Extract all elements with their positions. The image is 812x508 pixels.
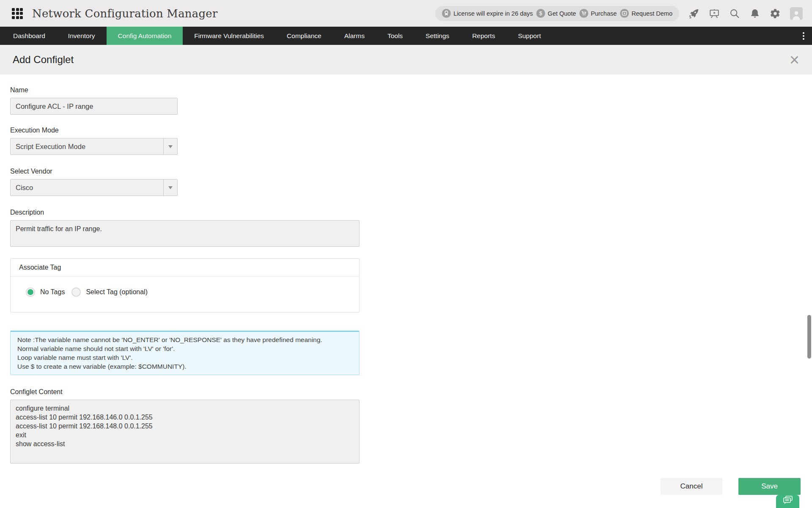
apps-grid-icon[interactable] (12, 8, 23, 19)
description-textarea[interactable]: Permit traffic for an IP range. (10, 220, 359, 247)
dollar-icon: $ (536, 9, 545, 18)
page-header: Add Configlet × (0, 45, 812, 75)
configlet-content-textarea[interactable]: configure terminal access-list 10 permit… (10, 400, 359, 464)
associate-tag-box: Associate Tag No Tags Select Tag (option… (10, 258, 359, 312)
name-input[interactable] (10, 98, 178, 115)
execution-mode-select[interactable]: Script Execution Mode (10, 138, 178, 155)
chat-bubbles-icon (782, 495, 794, 507)
description-label: Description (10, 209, 812, 216)
app-title: Network Configuration Manager (32, 7, 218, 20)
associate-tag-options: No Tags Select Tag (optional) (11, 277, 359, 312)
purchase-button[interactable]: Purchase (579, 9, 617, 18)
svg-text:$: $ (539, 11, 542, 17)
execution-mode-label: Execution Mode (10, 127, 812, 134)
scrollbar-thumb[interactable] (807, 315, 811, 359)
request-demo-label: Request Demo (631, 10, 672, 17)
vendor-label: Select Vendor (10, 168, 812, 175)
purchase-label: Purchase (591, 10, 617, 17)
associate-tag-title: Associate Tag (11, 259, 359, 277)
medal-icon (442, 9, 451, 18)
no-tags-label: No Tags (40, 288, 65, 296)
license-pill: License will expire in 26 days $ Get Quo… (435, 6, 679, 21)
nav-item-config-automation[interactable]: Config Automation (107, 27, 183, 45)
vendor-value: Cisco (11, 184, 163, 192)
license-text: License will expire in 26 days (453, 10, 533, 17)
select-tag-option[interactable]: Select Tag (optional) (71, 287, 148, 297)
no-tags-option[interactable]: No Tags (26, 287, 65, 297)
nav-item-settings[interactable]: Settings (414, 27, 461, 45)
add-configlet-form: Name Execution Mode Script Execution Mod… (0, 75, 812, 508)
main-nav: Dashboard Inventory Config Automation Fi… (0, 27, 812, 45)
note-line: Normal variable name should not start wi… (17, 344, 352, 353)
note-line: Loop variable name must start with 'LV'. (17, 353, 352, 362)
person-icon (791, 9, 802, 20)
cart-icon (579, 9, 588, 18)
vendor-select[interactable]: Cisco (10, 179, 178, 196)
nav-item-alarms[interactable]: Alarms (333, 27, 376, 45)
cancel-button[interactable]: Cancel (661, 478, 722, 495)
variable-note-box: Note :The variable name cannot be 'NO_EN… (10, 331, 359, 375)
user-avatar[interactable] (790, 7, 803, 20)
select-tag-label: Select Tag (optional) (86, 288, 148, 296)
execution-mode-value: Script Execution Mode (11, 143, 163, 151)
get-quote-label: Get Quote (548, 10, 576, 17)
nav-item-support[interactable]: Support (507, 27, 552, 45)
chevron-down-icon (163, 138, 177, 155)
nav-item-firmware-vulnerabilities[interactable]: Firmware Vulnerabilities (183, 27, 275, 45)
chat-widget-button[interactable] (776, 495, 799, 508)
nav-more-icon[interactable] (801, 27, 806, 45)
license-status[interactable]: License will expire in 26 days (442, 9, 533, 18)
note-line: Use $ to create a new variable (example:… (17, 362, 352, 371)
chevron-down-icon (163, 179, 177, 196)
save-button[interactable]: Save (738, 478, 801, 495)
radio-selected-icon[interactable] (26, 287, 35, 297)
topbar-right: License will expire in 26 days $ Get Quo… (435, 6, 803, 21)
configlet-content-label: Configlet Content (10, 388, 812, 396)
page-title: Add Configlet (13, 54, 74, 66)
search-icon[interactable] (729, 8, 740, 19)
nav-item-dashboard[interactable]: Dashboard (2, 27, 57, 45)
request-demo-button[interactable]: Request Demo (620, 9, 672, 18)
name-label: Name (10, 86, 812, 94)
top-bar: Network Configuration Manager License wi… (0, 0, 812, 27)
gear-icon[interactable] (770, 8, 781, 19)
nav-item-reports[interactable]: Reports (461, 27, 506, 45)
bell-icon[interactable] (749, 8, 760, 19)
play-screen-icon (620, 9, 629, 18)
close-icon[interactable]: × (790, 51, 799, 68)
nav-item-compliance[interactable]: Compliance (275, 27, 333, 45)
nav-item-tools[interactable]: Tools (376, 27, 414, 45)
rocket-icon[interactable] (689, 8, 700, 19)
note-line: Note :The variable name cannot be 'NO_EN… (17, 335, 352, 344)
radio-unselected-icon[interactable] (71, 287, 81, 297)
get-quote-button[interactable]: $ Get Quote (536, 9, 576, 18)
nav-item-inventory[interactable]: Inventory (57, 27, 107, 45)
presentation-icon[interactable] (709, 8, 720, 19)
